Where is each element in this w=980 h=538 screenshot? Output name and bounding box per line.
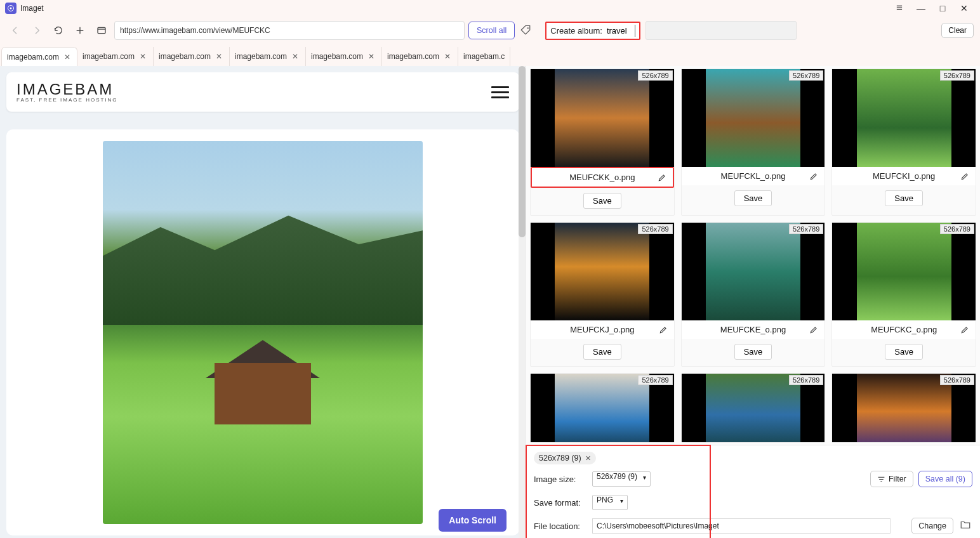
browser-viewport: IMAGEBAM FAST, FREE IMAGE HOSTING Auto S…	[0, 66, 526, 538]
tab-close-icon[interactable]: ✕	[216, 52, 222, 61]
thumbnail-card[interactable]: 526x789MEUFCKK_o.pngSave	[530, 69, 675, 216]
tab-4[interactable]: imagebam.com✕	[306, 47, 382, 66]
tab-label: imagebam.com	[7, 53, 59, 62]
filename-row: MEUFCKL_o.png	[682, 167, 825, 185]
thumbnail-card[interactable]: 526x789	[681, 373, 826, 443]
new-tab-button[interactable]	[71, 22, 89, 39]
save-format-select[interactable]: PNG	[592, 495, 628, 510]
create-album-label: Create album:	[550, 26, 602, 36]
tab-3[interactable]: imagebam.com✕	[230, 47, 306, 66]
svg-point-3	[527, 27, 529, 29]
tab-1[interactable]: imagebam.com✕	[77, 47, 154, 66]
image-size-label: Image size:	[534, 475, 586, 484]
window-minimize-button[interactable]: —	[910, 0, 932, 16]
thumbnail-image: 526x789	[531, 69, 674, 167]
app-name: Imaget	[20, 4, 44, 13]
thumbnail-image: 526x789	[682, 374, 825, 442]
tab-close-icon[interactable]: ✕	[64, 53, 70, 62]
tab-2[interactable]: imagebam.com✕	[154, 47, 230, 66]
dimension-badge: 526x789	[789, 70, 823, 81]
save-thumbnail-button[interactable]: Save	[583, 344, 621, 360]
save-thumbnail-button[interactable]: Save	[885, 190, 923, 206]
tab-strip: imagebam.com✕imagebam.com✕imagebam.com✕i…	[0, 44, 980, 66]
dimension-badge: 526x789	[940, 224, 974, 234]
toolbar: https://www.imagebam.com/view/MEUFCKC Sc…	[0, 16, 980, 44]
hamburger-menu-icon[interactable]: ≡	[889, 0, 910, 16]
create-album-field: Create album:	[545, 22, 640, 40]
tab-label: imagebam.com	[311, 52, 363, 61]
scroll-all-button[interactable]: Scroll all	[468, 22, 515, 39]
thumbnail-image: 526x789	[832, 223, 976, 320]
file-location-label: File location:	[534, 522, 586, 531]
main-image	[103, 141, 423, 524]
tag-icon[interactable]	[519, 23, 533, 37]
edit-filename-icon[interactable]	[960, 172, 969, 181]
window-close-button[interactable]: ✕	[953, 0, 975, 16]
thumbnail-card[interactable]: 526x789MEUFCKC_o.pngSave	[831, 222, 976, 367]
filter-button[interactable]: Filter	[870, 471, 913, 487]
url-input[interactable]: https://www.imagebam.com/view/MEUFCKC	[114, 21, 465, 40]
filename-row: MEUFCKJ_o.png	[531, 320, 674, 339]
tab-0[interactable]: imagebam.com✕	[1, 47, 77, 66]
svg-rect-2	[98, 27, 105, 33]
size-filter-chip[interactable]: 526x789 (9) ✕	[534, 452, 596, 464]
scrollbar[interactable]	[519, 66, 526, 538]
thumbnail-grid: 526x789MEUFCKK_o.pngSave526x789MEUFCKL_o…	[526, 66, 980, 445]
url-text: https://www.imagebam.com/view/MEUFCKC	[120, 26, 270, 35]
app-icon	[5, 3, 17, 14]
filename: MEUFCKC_o.png	[871, 325, 937, 334]
clear-button[interactable]: Clear	[941, 23, 974, 38]
save-thumbnail-button[interactable]: Save	[734, 190, 772, 206]
tab-close-icon[interactable]: ✕	[140, 52, 146, 61]
open-folder-icon[interactable]	[958, 518, 972, 532]
image-size-select[interactable]: 526x789 (9)	[592, 471, 651, 487]
tab-label: imagebam.com	[83, 52, 135, 61]
change-location-button[interactable]: Change	[911, 518, 953, 534]
create-album-input[interactable]	[606, 25, 635, 37]
thumbnail-image: 526x789	[682, 223, 825, 320]
dimension-badge: 526x789	[638, 70, 672, 81]
chip-remove-icon[interactable]: ✕	[585, 454, 591, 463]
tab-label: imagebam.com	[235, 52, 287, 61]
window-maximize-button[interactable]: □	[932, 0, 953, 16]
edit-filename-icon[interactable]	[809, 325, 818, 334]
auto-scroll-button[interactable]: Auto Scroll	[439, 509, 507, 532]
image-card	[6, 129, 519, 535]
site-menu-icon[interactable]	[491, 86, 509, 98]
save-thumbnail-button[interactable]: Save	[885, 344, 923, 360]
filename: MEUFCKK_o.png	[569, 173, 635, 182]
tab-close-icon[interactable]: ✕	[368, 52, 374, 61]
site-header: IMAGEBAM FAST, FREE IMAGE HOSTING	[6, 72, 519, 112]
dimension-badge: 526x789	[638, 375, 672, 385]
thumbnail-card[interactable]: 526x789	[831, 373, 976, 443]
downloads-panel: 526x789MEUFCKK_o.pngSave526x789MEUFCKL_o…	[526, 66, 980, 538]
thumbnail-card[interactable]: 526x789MEUFCKI_o.pngSave	[831, 69, 976, 216]
nav-forward-button[interactable]	[28, 22, 46, 39]
dimension-badge: 526x789	[638, 224, 672, 234]
save-all-button[interactable]: Save all (9)	[918, 471, 972, 487]
edit-filename-icon[interactable]	[809, 172, 818, 181]
save-thumbnail-button[interactable]: Save	[734, 344, 772, 360]
tab-close-icon[interactable]: ✕	[444, 52, 451, 61]
thumbnail-image: 526x789	[531, 374, 674, 442]
filename-row: MEUFCKK_o.png	[531, 167, 674, 188]
tab-6[interactable]: imagebam.c	[458, 47, 510, 66]
filename-row: MEUFCKI_o.png	[832, 167, 976, 185]
save-format-label: Save format:	[534, 498, 586, 508]
thumbnail-card[interactable]: 526x789MEUFCKJ_o.pngSave	[530, 222, 675, 367]
thumbnail-card[interactable]: 526x789	[530, 373, 675, 443]
edit-filename-icon[interactable]	[659, 325, 668, 334]
edit-filename-icon[interactable]	[658, 173, 666, 182]
tab-5[interactable]: imagebam.com✕	[382, 47, 458, 66]
browser-panel-icon[interactable]	[93, 22, 110, 39]
nav-back-button[interactable]	[6, 22, 24, 39]
filename: MEUFCKE_o.png	[720, 325, 786, 334]
dimension-badge: 526x789	[789, 224, 823, 234]
reload-button[interactable]	[50, 22, 67, 39]
edit-filename-icon[interactable]	[960, 325, 969, 334]
save-thumbnail-button[interactable]: Save	[583, 193, 621, 209]
file-location-field[interactable]: C:\Users\mobeesoft\Pictures\Imaget	[592, 518, 891, 534]
thumbnail-card[interactable]: 526x789MEUFCKL_o.pngSave	[681, 69, 826, 216]
thumbnail-card[interactable]: 526x789MEUFCKE_o.pngSave	[681, 222, 826, 367]
tab-close-icon[interactable]: ✕	[292, 52, 298, 61]
